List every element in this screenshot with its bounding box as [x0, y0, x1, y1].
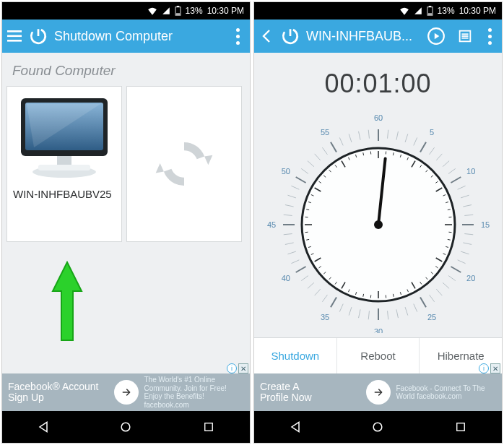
menu-button[interactable] [6, 25, 22, 48]
svg-line-40 [461, 195, 469, 198]
status-bar: 13% 10:30 PM [254, 2, 502, 20]
arrow-right-icon [366, 380, 391, 405]
svg-line-54 [429, 295, 434, 302]
android-nav-bar [254, 411, 502, 443]
svg-line-67 [331, 297, 336, 307]
ad-close-icon[interactable]: ✕ [490, 363, 500, 373]
phone-right: 13% 10:30 PM WIN-INHFBAUB... 00:01:00 60… [253, 1, 503, 444]
svg-point-159 [374, 220, 383, 229]
svg-line-45 [464, 234, 473, 235]
app-title: WIN-INHFBAUB... [306, 29, 420, 44]
back-button[interactable] [258, 24, 274, 48]
app-title: Shutdown Computer [54, 29, 225, 44]
svg-line-82 [284, 205, 293, 207]
ad-banner[interactable]: i ✕ Facebook® Account Sign Up The World'… [2, 373, 250, 411]
svg-line-84 [291, 186, 299, 189]
svg-text:10: 10 [466, 167, 475, 176]
clock-time: 10:30 PM [459, 6, 496, 16]
svg-line-93 [339, 137, 343, 145]
play-button[interactable] [424, 24, 448, 48]
tab-hibernate[interactable]: Hibernate [420, 338, 502, 373]
svg-line-66 [339, 304, 343, 312]
svg-line-31 [420, 142, 426, 152]
action-tabs: Shutdown Reboot Hibernate [254, 337, 502, 373]
svg-line-52 [443, 282, 449, 288]
ad-banner[interactable]: i ✕ Create A Profile Now Facebook - Conn… [254, 373, 502, 411]
computer-card[interactable]: WIN-INHFBAUBV25 [6, 86, 122, 242]
wifi-icon [399, 7, 409, 15]
svg-line-48 [457, 260, 465, 264]
ad-info-icon[interactable]: i [479, 363, 489, 373]
battery-icon [427, 6, 433, 16]
overflow-menu-button[interactable] [482, 28, 498, 45]
svg-line-35 [443, 161, 449, 167]
svg-rect-16 [428, 6, 431, 7]
svg-line-64 [358, 309, 360, 318]
svg-rect-2 [175, 14, 179, 15]
battery-icon [175, 6, 181, 16]
refresh-icon [152, 131, 217, 196]
ad-headline: Facebook® Account Sign Up [8, 381, 108, 404]
svg-line-85 [295, 177, 305, 183]
signal-icon [414, 7, 422, 15]
back-button[interactable] [281, 412, 310, 441]
timer-value: 00:01:00 [254, 69, 502, 99]
recents-button[interactable] [446, 412, 475, 441]
svg-line-65 [349, 307, 352, 315]
svg-line-89 [314, 154, 320, 160]
svg-line-58 [405, 307, 408, 315]
power-icon [279, 25, 302, 48]
svg-line-72 [301, 276, 308, 281]
svg-line-91 [331, 142, 336, 152]
svg-line-77 [284, 243, 293, 244]
svg-line-28 [396, 131, 397, 140]
svg-line-47 [461, 251, 469, 254]
list-button[interactable] [453, 24, 477, 48]
phone-left: 13% 10:30 PM Shutdown Computer Found Com… [1, 1, 251, 444]
svg-line-57 [413, 304, 417, 312]
power-icon [27, 25, 50, 48]
svg-line-42 [464, 215, 473, 215]
svg-rect-5 [7, 40, 22, 42]
ad-close-icon[interactable]: ✕ [238, 363, 248, 373]
svg-rect-17 [427, 14, 431, 15]
tab-shutdown[interactable]: Shutdown [254, 338, 337, 373]
overflow-menu-button[interactable] [230, 28, 246, 45]
home-button[interactable] [111, 412, 140, 441]
svg-line-88 [307, 161, 313, 167]
ad-body: Facebook - Connect To The World facebook… [396, 384, 497, 401]
svg-rect-12 [38, 165, 90, 170]
refresh-card[interactable] [126, 86, 242, 242]
app-bar: WIN-INHFBAUB... [254, 20, 502, 53]
svg-line-63 [368, 311, 369, 319]
svg-line-39 [457, 186, 465, 189]
svg-line-36 [448, 168, 456, 173]
back-button[interactable] [29, 412, 58, 441]
clock-time: 10:30 PM [207, 6, 244, 16]
home-button[interactable] [363, 412, 392, 441]
svg-line-70 [314, 289, 320, 295]
svg-line-71 [307, 282, 313, 288]
recents-button[interactable] [194, 412, 223, 441]
section-title: Found Computer [2, 53, 250, 86]
svg-line-55 [420, 297, 426, 307]
ad-body: The World's #1 Online Community. Join fo… [144, 376, 245, 409]
battery-pct: 13% [438, 6, 455, 16]
ad-info-icon[interactable]: i [227, 363, 237, 373]
svg-text:30: 30 [373, 327, 382, 333]
svg-rect-10 [57, 156, 71, 166]
svg-text:40: 40 [281, 274, 290, 282]
svg-line-53 [436, 289, 442, 295]
svg-line-78 [283, 234, 292, 235]
signal-icon [162, 7, 170, 15]
svg-line-49 [451, 267, 461, 272]
svg-line-33 [429, 147, 434, 155]
svg-rect-161 [457, 423, 465, 431]
svg-line-96 [368, 130, 369, 139]
svg-line-75 [291, 260, 299, 264]
battery-pct: 13% [186, 6, 203, 16]
svg-text:45: 45 [266, 220, 275, 229]
timer-dial[interactable]: 60510152025303540455055 [254, 102, 502, 337]
tab-reboot[interactable]: Reboot [337, 338, 420, 373]
svg-point-13 [122, 423, 131, 431]
